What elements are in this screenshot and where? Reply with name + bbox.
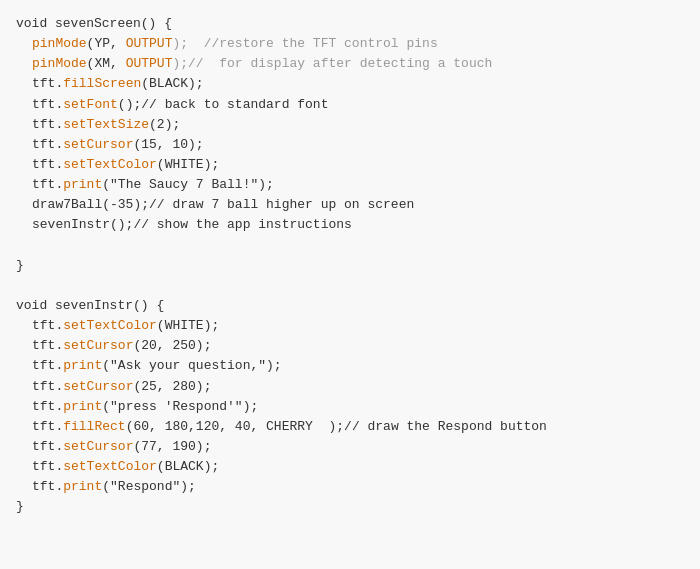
code-segment: print: [63, 399, 102, 414]
code-segment: tft.: [32, 439, 63, 454]
code-segment: print: [63, 479, 102, 494]
code-segment: );// for display after detecting a touch: [172, 56, 492, 71]
code-line: tft.print("The Saucy 7 Ball!");: [0, 175, 700, 195]
code-segment: setCursor: [63, 379, 133, 394]
code-segment: pinMode: [32, 36, 87, 51]
code-segment: (WHITE);: [157, 318, 219, 333]
code-line: tft.setCursor(25, 280);: [0, 377, 700, 397]
blank-line: [0, 236, 700, 256]
code-segment: ();// back to standard font: [118, 97, 329, 112]
code-segment: ); //restore the TFT control pins: [172, 36, 437, 51]
code-segment: tft.: [32, 97, 63, 112]
code-line: tft.fillRect(60, 180,120, 40, CHERRY );/…: [0, 417, 700, 437]
code-segment: tft.: [32, 117, 63, 132]
code-line: tft.fillScreen(BLACK);: [0, 74, 700, 94]
code-line: tft.print("press 'Respond'");: [0, 397, 700, 417]
code-segment: OUTPUT: [126, 36, 173, 51]
code-segment: ("The Saucy 7 Ball!");: [102, 177, 274, 192]
code-segment: setTextColor: [63, 318, 157, 333]
code-segment: print: [63, 358, 102, 373]
code-segment: tft.: [32, 419, 63, 434]
code-line: void sevenScreen() {: [0, 14, 700, 34]
code-line: tft.setCursor(15, 10);: [0, 135, 700, 155]
code-line: }: [0, 256, 700, 276]
code-segment: tft.: [32, 379, 63, 394]
code-segment: ("press 'Respond'");: [102, 399, 258, 414]
code-segment: (BLACK);: [141, 76, 203, 91]
code-line: void sevenInstr() {: [0, 296, 700, 316]
code-line: tft.setCursor(20, 250);: [0, 336, 700, 356]
code-segment: tft.: [32, 137, 63, 152]
code-line: tft.setFont();// back to standard font: [0, 95, 700, 115]
code-line: tft.setTextColor(BLACK);: [0, 457, 700, 477]
code-segment: setTextColor: [63, 459, 157, 474]
code-segment: (15, 10);: [133, 137, 203, 152]
code-segment: setTextSize: [63, 117, 149, 132]
code-line: tft.setTextColor(WHITE);: [0, 155, 700, 175]
code-segment: (20, 250);: [133, 338, 211, 353]
code-segment: OUTPUT: [126, 56, 173, 71]
code-segment: tft.: [32, 358, 63, 373]
code-segment: tft.: [32, 399, 63, 414]
code-segment: setFont: [63, 97, 118, 112]
code-segment: ("Ask your question,");: [102, 358, 281, 373]
code-line: pinMode(XM, OUTPUT);// for display after…: [0, 54, 700, 74]
code-line: pinMode(YP, OUTPUT); //restore the TFT c…: [0, 34, 700, 54]
code-segment: setTextColor: [63, 157, 157, 172]
code-line: tft.setCursor(77, 190);: [0, 437, 700, 457]
code-segment: (60, 180,120, 40, CHERRY );// draw the R…: [126, 419, 547, 434]
code-line: tft.print("Ask your question,");: [0, 356, 700, 376]
code-segment: tft.: [32, 338, 63, 353]
code-segment: tft.: [32, 177, 63, 192]
code-line: tft.print("Respond");: [0, 477, 700, 497]
code-segment: print: [63, 177, 102, 192]
code-segment: setCursor: [63, 439, 133, 454]
code-segment: tft.: [32, 76, 63, 91]
code-line: }: [0, 497, 700, 517]
code-line: sevenInstr();// show the app instruction…: [0, 215, 700, 235]
code-segment: (XM,: [87, 56, 126, 71]
code-block: void sevenScreen() {pinMode(YP, OUTPUT);…: [0, 10, 700, 522]
code-segment: (YP,: [87, 36, 126, 51]
blank-line: [0, 276, 700, 296]
code-segment: (25, 280);: [133, 379, 211, 394]
code-line: tft.setTextColor(WHITE);: [0, 316, 700, 336]
code-segment: tft.: [32, 479, 63, 494]
code-segment: (WHITE);: [157, 157, 219, 172]
code-segment: tft.: [32, 318, 63, 333]
code-segment: (77, 190);: [133, 439, 211, 454]
code-segment: pinMode: [32, 56, 87, 71]
code-segment: tft.: [32, 459, 63, 474]
code-segment: setCursor: [63, 137, 133, 152]
code-segment: tft.: [32, 157, 63, 172]
code-editor: void sevenScreen() {pinMode(YP, OUTPUT);…: [0, 0, 700, 569]
code-line: draw7Ball(-35);// draw 7 ball higher up …: [0, 195, 700, 215]
code-segment: (BLACK);: [157, 459, 219, 474]
code-segment: fillRect: [63, 419, 125, 434]
code-segment: (2);: [149, 117, 180, 132]
code-segment: fillScreen: [63, 76, 141, 91]
code-segment: setCursor: [63, 338, 133, 353]
code-line: tft.setTextSize(2);: [0, 115, 700, 135]
code-segment: ("Respond");: [102, 479, 196, 494]
